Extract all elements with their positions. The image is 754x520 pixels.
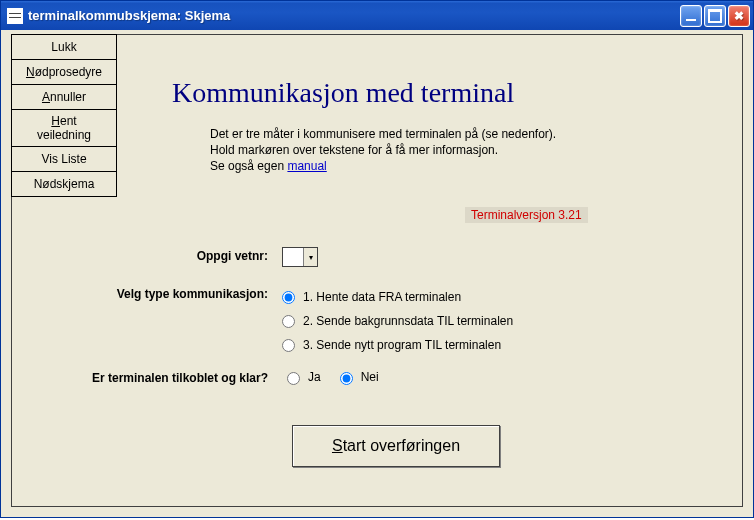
sidebar-item-nødskjema[interactable]: Nødskjema bbox=[11, 171, 117, 197]
close-button[interactable] bbox=[728, 5, 750, 27]
sidebar-item-annuller[interactable]: Annuller bbox=[11, 84, 117, 110]
window-icon bbox=[7, 8, 23, 24]
page-title: Kommunikasjon med terminal bbox=[172, 77, 514, 109]
sidebar-item-hent-veiledning[interactable]: Hentveiledning bbox=[11, 109, 117, 147]
ready-label: Er terminalen tilkoblet og klar? bbox=[12, 369, 282, 385]
description-prefix: Se også egen bbox=[210, 159, 287, 173]
comm-option-2[interactable]: 2. Sende bakgrunnsdata TIL terminalen bbox=[282, 309, 742, 333]
sidebar-item-nødprosedyre[interactable]: Nødprosedyre bbox=[11, 59, 117, 85]
ready-radios: Ja Nei bbox=[282, 369, 742, 385]
description: Det er tre måter i kommunisere med termi… bbox=[210, 126, 556, 175]
comm-radio-1[interactable] bbox=[282, 291, 295, 304]
ready-yes-radio[interactable] bbox=[287, 372, 300, 385]
manual-link[interactable]: manual bbox=[287, 159, 326, 173]
chevron-down-icon[interactable]: ▾ bbox=[303, 248, 317, 266]
comm-type-label: Velg type kommunikasjon: bbox=[12, 285, 282, 301]
form-area: Oppgi vetnr: ▾ Velg type kommunikasjon: … bbox=[12, 247, 742, 393]
comm-option-label: 1. Hente data FRA terminalen bbox=[303, 290, 461, 304]
window-buttons bbox=[680, 5, 750, 27]
ready-no-option[interactable]: Nei bbox=[335, 369, 379, 385]
sidebar-item-vis-liste[interactable]: Vis Liste bbox=[11, 146, 117, 172]
minimize-button[interactable] bbox=[680, 5, 702, 27]
sidebar-item-lukk[interactable]: Lukk bbox=[11, 34, 117, 60]
window-frame: terminalkommubskjema: Skjema LukkNødpros… bbox=[0, 0, 754, 518]
sidebar: LukkNødprosedyreAnnullerHentveiledningVi… bbox=[11, 34, 117, 196]
start-transfer-button[interactable]: Start overføringen bbox=[292, 425, 500, 467]
comm-option-label: 2. Sende bakgrunnsdata TIL terminalen bbox=[303, 314, 513, 328]
maximize-button[interactable] bbox=[704, 5, 726, 27]
vetnr-label: Oppgi vetnr: bbox=[12, 247, 282, 263]
ready-yes-label: Ja bbox=[308, 370, 321, 384]
ready-yes-option[interactable]: Ja bbox=[282, 369, 321, 385]
vetnr-input[interactable] bbox=[283, 248, 303, 266]
ready-no-radio[interactable] bbox=[340, 372, 353, 385]
terminal-version: Terminalversjon 3.21 bbox=[465, 207, 588, 223]
description-line: Det er tre måter i kommunisere med termi… bbox=[210, 126, 556, 142]
ready-no-label: Nei bbox=[361, 370, 379, 384]
comm-radio-3[interactable] bbox=[282, 339, 295, 352]
inner-panel: LukkNødprosedyreAnnullerHentveiledningVi… bbox=[11, 34, 743, 507]
comm-radio-2[interactable] bbox=[282, 315, 295, 328]
description-line: Hold markøren over tekstene for å få mer… bbox=[210, 142, 556, 158]
window-title: terminalkommubskjema: Skjema bbox=[28, 8, 680, 23]
comm-option-1[interactable]: 1. Hente data FRA terminalen bbox=[282, 285, 742, 309]
vetnr-combobox[interactable]: ▾ bbox=[282, 247, 318, 267]
body-area: LukkNødprosedyreAnnullerHentveiledningVi… bbox=[1, 30, 753, 517]
titlebar: terminalkommubskjema: Skjema bbox=[1, 1, 753, 30]
description-line: Se også egen manual bbox=[210, 158, 556, 174]
comm-option-3[interactable]: 3. Sende nytt program TIL terminalen bbox=[282, 333, 742, 357]
comm-option-label: 3. Sende nytt program TIL terminalen bbox=[303, 338, 501, 352]
comm-options: 1. Hente data FRA terminalen2. Sende bak… bbox=[282, 285, 742, 357]
